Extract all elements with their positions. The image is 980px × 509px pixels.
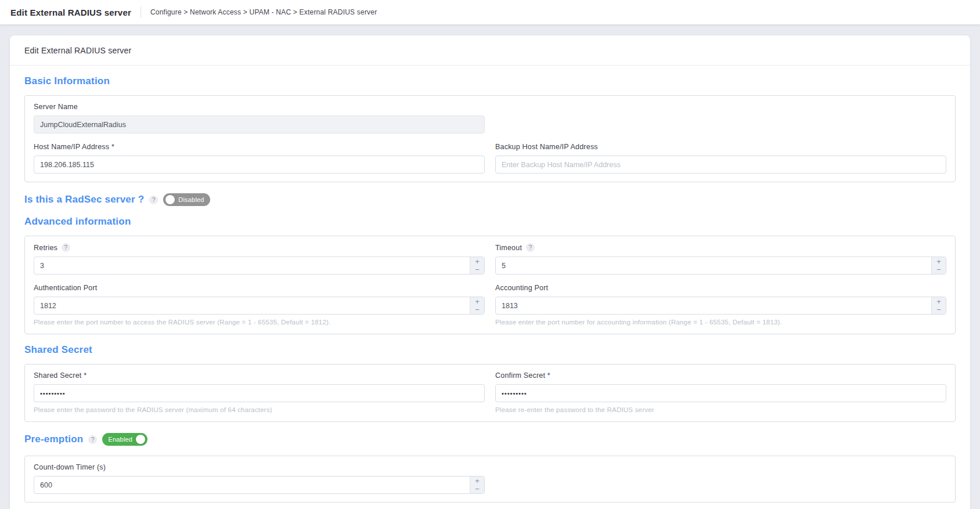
confirm-secret-label: Confirm Secret * xyxy=(495,371,946,380)
increment-button[interactable]: + xyxy=(932,257,946,266)
decrement-button[interactable]: − xyxy=(470,266,484,275)
countdown-timer-field: Count-down Timer (s) + − xyxy=(34,463,485,494)
increment-button[interactable]: + xyxy=(470,297,484,306)
shared-secret-field: Shared Secret * Please enter the passwor… xyxy=(34,371,485,413)
timeout-help-icon[interactable]: ? xyxy=(526,243,535,252)
preemption-label: Pre-emption xyxy=(24,434,83,445)
retries-label: Retries xyxy=(34,244,57,252)
section-title-basic-information: Basic Information xyxy=(24,75,956,87)
card-body: Basic Information Server Name Host Name/… xyxy=(10,75,970,509)
radsec-question-label: Is this a RadSec server ? xyxy=(24,194,144,205)
section-title-advanced-information: Advanced information xyxy=(24,216,956,228)
accounting-port-label: Accounting Port xyxy=(495,284,946,292)
host-name-label: Host Name/IP Address * xyxy=(34,143,485,151)
toggle-knob xyxy=(136,435,145,444)
authentication-port-helper: Please enter the port number to access t… xyxy=(34,319,485,326)
countdown-timer-input[interactable] xyxy=(34,476,485,494)
server-name-field: Server Name xyxy=(34,103,485,133)
edit-radius-card: Edit External RADIUS server Basic Inform… xyxy=(10,35,970,509)
countdown-timer-label: Count-down Timer (s) xyxy=(34,463,485,471)
decrement-button[interactable]: − xyxy=(932,266,946,275)
title-breadcrumb-divider xyxy=(140,6,141,18)
host-name-field: Host Name/IP Address * xyxy=(34,143,485,174)
countdown-timer-input-wrap: + − xyxy=(34,476,485,494)
retries-input-wrap: + − xyxy=(34,257,485,275)
section-title-shared-secret: Shared Secret xyxy=(24,344,956,356)
authentication-port-stepper: + − xyxy=(470,297,484,314)
authentication-port-input-wrap: + − xyxy=(34,297,485,315)
decrement-button[interactable]: − xyxy=(470,485,484,494)
retries-help-icon[interactable]: ? xyxy=(62,243,70,252)
toggle-knob xyxy=(165,195,175,204)
preemption-toggle-label: Enabled xyxy=(105,436,136,443)
timeout-input[interactable] xyxy=(495,257,946,275)
authentication-port-field: Authentication Port + − Please enter the… xyxy=(34,284,485,326)
confirm-secret-helper: Please re-enter the password to the RADI… xyxy=(495,406,946,413)
retries-label-row: Retries ? xyxy=(34,243,485,252)
radsec-toggle-label: Disabled xyxy=(175,196,207,203)
accounting-port-input[interactable] xyxy=(495,297,946,315)
timeout-label-row: Timeout ? xyxy=(495,243,946,252)
radsec-help-icon[interactable]: ? xyxy=(149,196,158,204)
countdown-timer-stepper: + − xyxy=(470,476,484,493)
timeout-stepper: + − xyxy=(931,257,946,274)
retries-field: Retries ? + − xyxy=(34,243,485,275)
authentication-port-input[interactable] xyxy=(34,297,485,315)
server-name-input xyxy=(34,115,485,133)
spacer xyxy=(495,463,946,494)
spacer xyxy=(495,103,946,133)
backup-host-label: Backup Host Name/IP Address xyxy=(495,143,946,151)
shared-secret-label: Shared Secret * xyxy=(34,371,485,380)
retries-stepper: + − xyxy=(470,257,484,274)
decrement-button[interactable]: − xyxy=(932,306,946,315)
increment-button[interactable]: + xyxy=(470,257,484,266)
top-bar: Edit External RADIUS server Configure > … xyxy=(0,0,980,24)
preemption-row: Pre-emption ? Enabled xyxy=(24,433,956,446)
accounting-port-field: Accounting Port + − Please enter the por… xyxy=(495,284,946,326)
shared-secret-panel: Shared Secret * Please enter the passwor… xyxy=(24,364,956,422)
card-title: Edit External RADIUS server xyxy=(10,35,970,66)
timeout-label: Timeout xyxy=(495,244,522,252)
preemption-toggle[interactable]: Enabled xyxy=(102,433,147,446)
page-background: Edit External RADIUS server Basic Inform… xyxy=(0,24,980,509)
preemption-panel: Count-down Timer (s) + − xyxy=(24,456,956,503)
decrement-button[interactable]: − xyxy=(470,306,484,315)
server-name-label: Server Name xyxy=(34,103,485,111)
shared-secret-input[interactable] xyxy=(34,384,485,402)
basic-information-panel: Server Name Host Name/IP Address * Backu… xyxy=(24,95,956,182)
shared-secret-helper: Please enter the password to the RADIUS … xyxy=(34,406,485,413)
timeout-input-wrap: + − xyxy=(495,257,946,275)
advanced-information-panel: Retries ? + − Timeout ? xyxy=(24,236,956,334)
confirm-secret-input[interactable] xyxy=(495,384,946,402)
backup-host-input[interactable] xyxy=(495,156,946,174)
accounting-port-helper: Please enter the port number for account… xyxy=(495,319,946,326)
increment-button[interactable]: + xyxy=(932,297,946,306)
retries-input[interactable] xyxy=(34,257,485,275)
breadcrumb[interactable]: Configure > Network Access > UPAM - NAC … xyxy=(150,8,377,16)
accounting-port-stepper: + − xyxy=(931,297,946,314)
preemption-help-icon[interactable]: ? xyxy=(88,435,97,444)
radsec-row: Is this a RadSec server ? ? Disabled xyxy=(24,193,956,206)
host-name-input[interactable] xyxy=(34,156,485,174)
confirm-secret-field: Confirm Secret * Please re-enter the pas… xyxy=(495,371,946,413)
backup-host-field: Backup Host Name/IP Address xyxy=(495,143,946,174)
radsec-toggle[interactable]: Disabled xyxy=(163,193,210,206)
authentication-port-label: Authentication Port xyxy=(34,284,485,292)
increment-button[interactable]: + xyxy=(470,476,484,485)
timeout-field: Timeout ? + − xyxy=(495,243,946,275)
accounting-port-input-wrap: + − xyxy=(495,297,946,315)
page-title: Edit External RADIUS server xyxy=(10,8,131,17)
